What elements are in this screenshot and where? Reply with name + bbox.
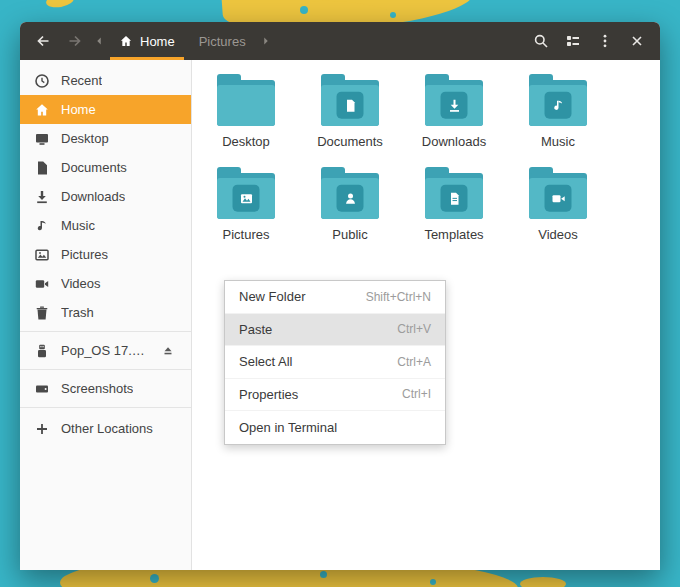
sidebar-item-pop-os-drive[interactable]: Pop_OS 17.10 a…: [20, 336, 191, 365]
folder-label: Music: [541, 134, 575, 149]
menu-item-select-all[interactable]: Select All Ctrl+A: [225, 346, 445, 379]
folder-icon: [217, 80, 275, 126]
plus-icon: [34, 421, 50, 437]
menu-item-shortcut: Ctrl+V: [397, 322, 431, 336]
menu-item-label: Paste: [239, 322, 272, 337]
sidebar-item-music[interactable]: Music: [20, 211, 191, 240]
folder-tile-downloads[interactable]: Downloads: [406, 74, 502, 149]
folder-icon: [425, 173, 483, 219]
folder-tile-pictures[interactable]: Pictures: [198, 167, 294, 242]
trash-icon: [34, 305, 50, 321]
wallpaper-dot: [320, 571, 327, 578]
wallpaper-dot: [390, 12, 396, 18]
download-icon: [34, 189, 50, 205]
search-button[interactable]: [526, 22, 556, 60]
clock-icon: [34, 73, 50, 89]
download-emblem-icon: [446, 97, 462, 113]
titlebar[interactable]: Home Pictures: [20, 22, 660, 60]
folder-label: Public: [332, 227, 367, 242]
home-icon: [34, 102, 50, 118]
sidebar-item-label: Downloads: [61, 189, 125, 204]
menu-item-open-in-terminal[interactable]: Open in Terminal: [225, 411, 445, 444]
close-button[interactable]: [622, 22, 652, 60]
sidebar-item-trash[interactable]: Trash: [20, 298, 191, 327]
wallpaper-dot: [430, 579, 436, 585]
menu-item-label: Properties: [239, 387, 298, 402]
forward-arrow-icon: [67, 33, 83, 49]
sidebar-item-other-locations[interactable]: Other Locations: [20, 414, 191, 443]
menu-button[interactable]: [590, 22, 620, 60]
wallpaper-splatter: [45, 0, 75, 9]
monitor-icon: [34, 131, 50, 147]
view-options-button[interactable]: [558, 22, 588, 60]
folder-tile-templates[interactable]: Templates: [406, 167, 502, 242]
photo-emblem-icon: [238, 190, 254, 206]
sidebar: Recent Home Desktop Documents Downloads: [20, 60, 192, 570]
wallpaper-splatter: [520, 577, 566, 587]
back-arrow-icon: [35, 33, 51, 49]
folder-label: Downloads: [422, 134, 486, 149]
sidebar-item-home[interactable]: Home: [20, 95, 191, 124]
sidebar-item-videos[interactable]: Videos: [20, 269, 191, 298]
menu-item-paste[interactable]: Paste Ctrl+V: [225, 314, 445, 347]
sidebar-item-pictures[interactable]: Pictures: [20, 240, 191, 269]
camcorder-emblem-icon: [550, 190, 566, 206]
sidebar-item-label: Pop_OS 17.10 a…: [61, 343, 148, 358]
view-list-icon: [565, 33, 581, 49]
folder-tile-documents[interactable]: Documents: [302, 74, 398, 149]
menu-item-label: Open in Terminal: [239, 420, 337, 435]
folder-label: Pictures: [223, 227, 270, 242]
sidebar-item-documents[interactable]: Documents: [20, 153, 191, 182]
folder-icon: [425, 80, 483, 126]
sidebar-item-label: Documents: [61, 160, 127, 175]
folder-tile-music[interactable]: Music: [510, 74, 606, 149]
sidebar-item-label: Recent: [61, 73, 102, 88]
breadcrumb-home[interactable]: Home: [108, 22, 186, 60]
breadcrumb-home-label: Home: [140, 34, 175, 49]
sidebar-item-label: Desktop: [61, 131, 109, 146]
folder-tile-public[interactable]: Public: [302, 167, 398, 242]
sidebar-item-label: Videos: [61, 276, 101, 291]
home-icon: [119, 34, 133, 48]
menu-item-shortcut: Ctrl+I: [402, 387, 431, 401]
folder-tile-videos[interactable]: Videos: [510, 167, 606, 242]
sidebar-separator: [20, 407, 191, 408]
file-view[interactable]: Desktop Documents Downloads: [192, 60, 660, 570]
sidebar-item-label: Home: [61, 102, 96, 117]
titlebar-spacer: [275, 22, 524, 60]
folder-icon: [321, 173, 379, 219]
menu-item-properties[interactable]: Properties Ctrl+I: [225, 379, 445, 412]
folder-label: Documents: [317, 134, 383, 149]
music-emblem-icon: [550, 97, 566, 113]
document-emblem-icon: [342, 97, 358, 113]
music-note-icon: [34, 218, 50, 234]
back-button[interactable]: [28, 22, 58, 60]
sidebar-item-label: Music: [61, 218, 95, 233]
kebab-menu-icon: [597, 33, 613, 49]
sidebar-item-label: Trash: [61, 305, 94, 320]
breadcrumb-pictures[interactable]: Pictures: [188, 22, 257, 60]
breadcrumb-pictures-label: Pictures: [199, 34, 246, 49]
menu-item-new-folder[interactable]: New Folder Shift+Ctrl+N: [225, 281, 445, 314]
folder-label: Videos: [538, 227, 578, 242]
sidebar-item-screenshots[interactable]: Screenshots: [20, 374, 191, 403]
breadcrumb-left-chevron-icon[interactable]: [92, 22, 106, 60]
folder-grid: Desktop Documents Downloads: [192, 60, 660, 242]
sidebar-item-desktop[interactable]: Desktop: [20, 124, 191, 153]
eject-button[interactable]: [159, 342, 177, 360]
menu-item-shortcut: Ctrl+A: [397, 355, 431, 369]
sidebar-item-recent[interactable]: Recent: [20, 66, 191, 95]
sidebar-item-downloads[interactable]: Downloads: [20, 182, 191, 211]
menu-item-label: Select All: [239, 354, 292, 369]
menu-item-label: New Folder: [239, 289, 305, 304]
wallpaper-dot: [150, 574, 159, 583]
search-icon: [533, 33, 549, 49]
file-manager-window: Home Pictures Recent: [20, 22, 660, 570]
person-emblem-icon: [342, 190, 358, 206]
folder-icon: [321, 80, 379, 126]
sidebar-separator: [20, 331, 191, 332]
breadcrumb-right-chevron-icon[interactable]: [259, 22, 273, 60]
usb-drive-icon: [34, 343, 50, 359]
hard-drive-icon: [34, 381, 50, 397]
folder-tile-desktop[interactable]: Desktop: [198, 74, 294, 149]
